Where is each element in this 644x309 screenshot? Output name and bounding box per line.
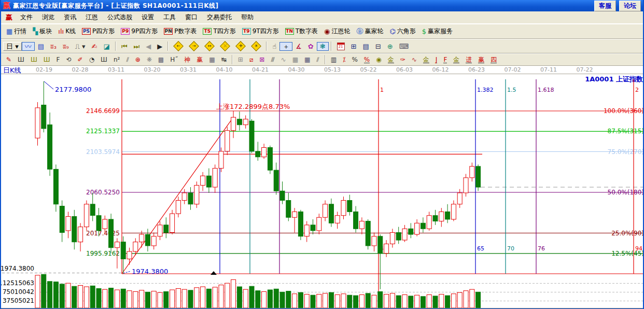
trend-squiggle-tool[interactable]: 〰 bbox=[22, 42, 35, 51]
menu-item-8[interactable]: 交易委托 bbox=[202, 12, 236, 22]
prev-bar-button[interactable]: ◀ bbox=[143, 42, 154, 51]
parallel-lines-tool[interactable]: ⫽ bbox=[313, 55, 322, 64]
menu-item-6[interactable]: 工具 bbox=[159, 12, 180, 22]
percent-line-red-tool[interactable]: ⁒ bbox=[340, 55, 348, 64]
save-button[interactable]: ⊟ bbox=[372, 42, 384, 51]
smart-brain-tool[interactable]: ❃ bbox=[317, 42, 329, 51]
time-clock-tool[interactable]: ◔ bbox=[86, 55, 97, 64]
menu-item-5[interactable]: 设置 bbox=[137, 12, 159, 22]
kline-chart-panel[interactable]: 02-1902-2803-1103-2003-3104-1004-2104-30… bbox=[1, 66, 643, 309]
gold-comb2-tool[interactable]: Ш bbox=[40, 55, 53, 64]
customer-service-button[interactable]: 客服 bbox=[594, 1, 616, 11]
gann-pencil-tool[interactable]: ✎ bbox=[3, 55, 15, 64]
p9-square-button[interactable]: P99P四方形 bbox=[118, 26, 161, 37]
time-comb-tool[interactable]: Ш bbox=[15, 55, 27, 64]
shift-right-diamond[interactable]: → bbox=[186, 41, 202, 51]
market-quotes-button[interactable]: ▦行情 bbox=[3, 26, 30, 37]
calculator-button[interactable]: ⊞ bbox=[348, 42, 360, 51]
plain-comb-tool[interactable]: Ш bbox=[97, 55, 110, 64]
crosshair-tool[interactable]: ＋ bbox=[279, 42, 292, 51]
menu-item-4[interactable]: 公式选股 bbox=[103, 12, 137, 22]
period-day-dropdown[interactable]: 日 ▾ bbox=[3, 42, 22, 51]
web-grid-tool[interactable]: ▩ bbox=[155, 55, 167, 64]
drawing-toolbar: ✎ШШШF⟲✐◔Шn²⫽⊕❋▩H˝神赢▦↹⊞⧄⊠⫻∿▦▦⫽▥⁒%%◉金✑∿金JF… bbox=[1, 53, 643, 66]
jin-angle-tool[interactable]: 进 bbox=[463, 55, 475, 64]
winner-wheel-button[interactable]: Ⓑ赢家轮 bbox=[353, 26, 386, 37]
hand-tool[interactable]: ☝ bbox=[269, 42, 279, 51]
gann-web-tool[interactable]: ❋ bbox=[144, 55, 155, 64]
gann-red-tool[interactable]: ✍ bbox=[89, 42, 101, 51]
check-lines-tool[interactable]: ∿ bbox=[278, 55, 289, 64]
h-mark-tool[interactable]: H˝ bbox=[167, 55, 181, 64]
gold-angle-tool[interactable]: 金 bbox=[450, 55, 463, 64]
ying-angle-tool[interactable]: 赢 bbox=[475, 55, 487, 64]
si-angle-tool[interactable]: 四 bbox=[487, 55, 500, 64]
shrink-all-diamond[interactable]: ✳ bbox=[248, 41, 264, 51]
p-square-button[interactable]: PSP四方形 bbox=[79, 26, 118, 37]
gold-comb1-tool[interactable]: Ш bbox=[27, 55, 40, 64]
p-number-table-button[interactable]: PNP数字表 bbox=[161, 26, 200, 37]
notes-button[interactable]: ▤ bbox=[360, 42, 372, 51]
last-bar-button[interactable]: ⏭ bbox=[131, 42, 143, 51]
price-flag-tool[interactable]: ✑ bbox=[397, 55, 409, 64]
menu-item-0[interactable]: 文件 bbox=[16, 12, 37, 22]
forum-button[interactable]: 论坛 bbox=[619, 1, 641, 11]
shrink-h-diamond[interactable]: ⤬ bbox=[217, 41, 233, 51]
gold-channel-tool[interactable]: 金 bbox=[420, 55, 432, 64]
color-histogram-tool[interactable]: ◪ bbox=[101, 42, 113, 51]
grid-frame-tool[interactable]: ⊞ bbox=[235, 55, 246, 64]
percent-retrace-tool[interactable]: % bbox=[361, 55, 373, 64]
grid-123-tool[interactable]: ▦ bbox=[206, 55, 218, 64]
spiral-tool[interactable]: ⟲ bbox=[63, 55, 75, 64]
info-panel-button[interactable]: ▤ bbox=[35, 42, 47, 51]
menu-item-2[interactable]: 资讯 bbox=[59, 12, 81, 22]
t9-square-button[interactable]: T99T四方形 bbox=[239, 26, 282, 37]
menu-item-7[interactable]: 窗口 bbox=[180, 12, 202, 22]
workstation-button[interactable]: ⌨ bbox=[396, 42, 412, 51]
gann-flower-tool[interactable]: ✿ bbox=[305, 42, 317, 51]
wave-channel-tool[interactable]: ∿ bbox=[409, 55, 420, 64]
shift-left-diamond[interactable]: ← bbox=[171, 41, 186, 51]
f-comb-tool[interactable]: F bbox=[53, 55, 63, 64]
red-fan-tool[interactable]: ⧄ bbox=[246, 55, 257, 64]
dense-grid-tool[interactable]: ▦ bbox=[289, 55, 301, 64]
ying-comb-tool-icon: 赢 bbox=[197, 57, 203, 63]
percent-tool[interactable]: % bbox=[348, 55, 360, 64]
gold-circle-tool[interactable]: ◉ bbox=[373, 55, 384, 64]
n-square-tool[interactable]: n² bbox=[110, 55, 123, 64]
column-stats-tool[interactable]: ▥ bbox=[328, 55, 340, 64]
fan-box-tool[interactable]: ⊠ bbox=[256, 55, 268, 64]
kline-button[interactable]: ılıK线 bbox=[55, 26, 79, 37]
grid-box2-tool[interactable]: ▦ bbox=[301, 55, 313, 64]
menu-item-3[interactable]: 江恩 bbox=[81, 12, 103, 22]
compass-tool[interactable]: ⊕ bbox=[132, 55, 144, 64]
three-lines-tool[interactable]: ⫻ bbox=[268, 55, 277, 64]
j-angle-tool[interactable]: J bbox=[432, 55, 441, 64]
network-button[interactable]: ⊕ bbox=[384, 42, 396, 51]
kline-chart-canvas[interactable]: 02-1902-2803-1103-2003-3104-1004-2104-30… bbox=[1, 66, 644, 309]
t-square-button[interactable]: TST四方形 bbox=[200, 26, 239, 37]
shen-comb-tool[interactable]: 神 bbox=[181, 55, 193, 64]
menu-item-1[interactable]: 浏览 bbox=[37, 12, 59, 22]
winner-service-button[interactable]: $赢家服务 bbox=[419, 26, 456, 37]
red-pencil-tool[interactable]: ✐ bbox=[75, 55, 86, 64]
ying-comb-tool[interactable]: 赢 bbox=[193, 55, 206, 64]
mirror-angle-tool[interactable]: ⫽ bbox=[123, 55, 132, 64]
f-angle-tool[interactable]: F bbox=[440, 55, 450, 64]
hexagon-button[interactable]: ⌬六角形 bbox=[386, 26, 418, 37]
expand-all-diamond[interactable]: ✛ bbox=[233, 41, 248, 51]
t-number-table-button[interactable]: TNT数字表 bbox=[282, 26, 321, 37]
first-bar-button[interactable]: ⏮ bbox=[118, 42, 131, 51]
menu-item-9[interactable]: 帮助 bbox=[236, 12, 258, 22]
gold-level-tool[interactable]: 金 bbox=[385, 55, 397, 64]
next-bar-button[interactable]: ▶ bbox=[154, 42, 165, 51]
calendar-button[interactable]: 21 bbox=[334, 41, 348, 51]
candle-style-dropdown[interactable]: ⎍ ▾ bbox=[72, 42, 89, 51]
wave9-tool[interactable]: ʬ₉ bbox=[60, 42, 72, 51]
span-arrows-tool[interactable]: ↹ bbox=[218, 55, 230, 64]
expand-h-diamond[interactable]: ↔ bbox=[202, 41, 217, 51]
sectors-button[interactable]: ▚板块 bbox=[30, 26, 55, 37]
wave3-tool[interactable]: ʬ₃ bbox=[47, 42, 60, 51]
angle-tool[interactable]: ∡ bbox=[292, 42, 305, 51]
gann-wheel-button[interactable]: ◉江恩轮 bbox=[321, 26, 353, 37]
